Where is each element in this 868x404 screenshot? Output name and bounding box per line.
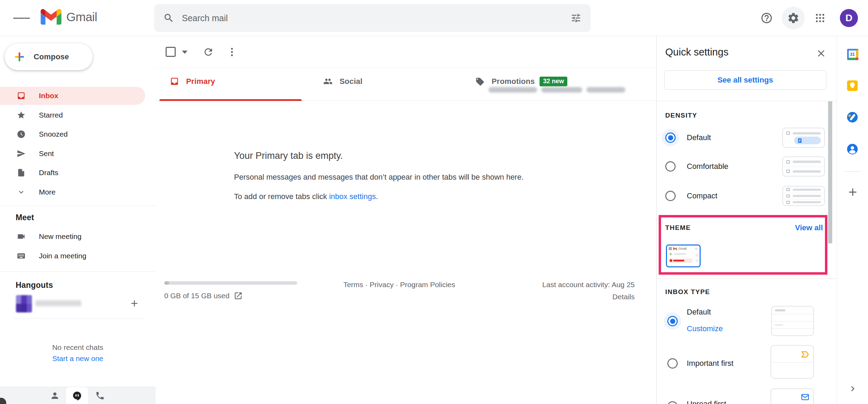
empty-state-action: To add or remove tabs click inbox settin… [234,192,378,201]
density-option-label[interactable]: Default [687,133,711,142]
theme-view-all-link[interactable]: View all [795,223,823,232]
tab-primary[interactable]: Primary [159,68,316,101]
theme-thumbnail-selected[interactable]: Gmail [666,244,701,267]
see-all-settings-button[interactable]: See all settings [664,70,826,90]
sidebar-item-new-meeting[interactable]: New meeting [0,227,145,246]
people-icon [323,77,333,86]
open-in-new-icon[interactable] [234,291,243,300]
density-option-label[interactable]: Compact [687,191,717,200]
mini-inbox-row [669,258,692,263]
divider [845,171,861,172]
inbox-type-default-thumbnail[interactable] [771,306,814,336]
panel-scrollbar-thumb[interactable] [828,101,832,243]
sidebar-item-more[interactable]: More [0,183,145,201]
help-icon[interactable] [758,10,775,26]
radio-density-default[interactable] [665,132,676,143]
mini-menu-icon [669,247,672,250]
search-icon[interactable] [163,12,174,24]
density-default-thumbnail[interactable] [782,128,825,148]
details-link[interactable]: Details [612,293,635,301]
radio-inbox-type-unread[interactable] [667,401,678,404]
sidebar-item-snoozed[interactable]: Snoozed [0,125,145,143]
density-option-default: Default [665,127,825,148]
tasks-icon[interactable] [846,111,859,123]
empty-state-title: Your Primary tab is empty. [234,151,343,161]
active-tab-underline [159,99,302,101]
main-menu-icon[interactable] [13,10,30,26]
inbox-type-important-label[interactable]: Important first [687,359,733,368]
search-input[interactable] [182,13,570,23]
add-addon-icon[interactable] [846,186,859,198]
gmail-m-icon [41,9,61,25]
sidebar-item-label: Inbox [39,92,58,100]
sidebar-item-starred[interactable]: Starred [0,106,145,124]
avatar-initial: D [845,12,852,24]
refresh-icon[interactable] [203,46,214,58]
primary-inbox-icon [170,77,179,86]
tag-icon [475,77,485,86]
inbox-type-important-thumbnail[interactable] [770,345,814,379]
send-icon [17,149,26,158]
gmail-app: Gmail D [0,0,868,404]
gmail-logo[interactable]: Gmail [41,9,97,25]
radio-density-comfortable[interactable] [665,161,676,172]
chevron-right-icon[interactable] [848,384,858,394]
sidebar-item-inbox[interactable]: Inbox [0,87,145,105]
sidebar-item-drafts[interactable]: Drafts [0,164,145,182]
close-icon[interactable] [816,48,827,59]
google-apps-icon[interactable] [812,10,828,26]
sidebar-item-join-meeting[interactable]: Join a meeting [0,247,145,265]
meet-heading: Meet [16,213,34,222]
quick-settings-title: Quick settings [665,46,728,58]
density-option-label[interactable]: Comfortable [687,162,728,171]
add-chat-icon[interactable] [129,298,140,309]
program-policies-link[interactable]: Program Policies [400,281,455,289]
promotions-senders-redacted [489,87,625,93]
mail-main-area: Primary Social Promotions 32 new [156,36,656,404]
sidebar-item-label: More [39,188,56,196]
keep-icon[interactable] [846,79,859,92]
profile-avatar[interactable]: D [840,9,858,27]
radio-inbox-type-default[interactable] [667,316,678,326]
tab-social[interactable]: Social [316,68,473,101]
legal-links: Terms · Privacy · Program Policies [295,281,503,289]
search-options-icon[interactable] [570,12,582,24]
phone-icon[interactable] [95,391,105,401]
star-icon [17,111,26,120]
compose-label: Compose [34,52,69,61]
radio-inbox-type-important[interactable] [667,358,678,369]
contacts-icon[interactable] [846,143,859,155]
tab-promotions[interactable]: Promotions 32 new [473,68,630,101]
start-new-chat-link[interactable]: Start a new one [0,354,156,363]
customize-link[interactable]: Customize [687,324,723,333]
hangouts-icon[interactable] [72,391,82,401]
density-heading: DENSITY [665,112,697,119]
radio-density-compact[interactable] [665,191,676,201]
attachment-chip-graphic [794,137,821,144]
divider [0,272,156,272]
settings-gear-icon[interactable] [782,7,805,29]
search-bar[interactable] [154,4,591,32]
inbox-icon [17,91,26,100]
calendar-icon[interactable]: 31 [846,48,859,61]
inbox-settings-link[interactable]: inbox settings [329,192,376,201]
select-all-checkbox[interactable] [166,47,176,57]
inbox-type-default-label[interactable]: Default [687,308,711,317]
inbox-type-unread-thumbnail[interactable] [770,388,814,404]
chat-bottom-bar [0,387,156,404]
compose-button[interactable]: Compose [5,43,93,70]
density-comfortable-thumbnail[interactable] [782,156,825,177]
privacy-link[interactable]: Privacy [370,281,394,289]
inbox-type-unread-label[interactable]: Unread first [687,399,726,404]
chat-contact-name-redacted [35,300,81,306]
storage-text: 0 GB of 15 GB used [164,292,229,300]
more-options-icon[interactable] [226,46,237,58]
chat-contact-avatar[interactable] [16,295,32,312]
divider [13,318,144,319]
density-compact-thumbnail[interactable] [782,186,825,206]
select-dropdown-caret[interactable] [182,51,187,54]
sidebar-item-sent[interactable]: Sent [0,145,145,163]
contacts-person-icon[interactable] [50,391,60,401]
terms-link[interactable]: Terms [343,281,363,289]
importance-marker-icon [801,350,810,359]
